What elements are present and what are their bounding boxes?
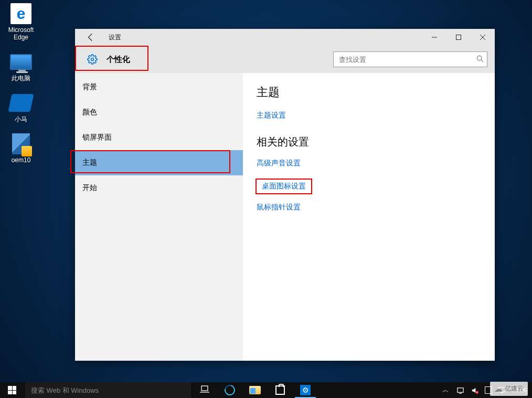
taskbar-search[interactable] bbox=[24, 382, 192, 398]
search-icon bbox=[476, 55, 484, 64]
desktop: e Microsoft Edge 此电脑 小马 oem10 设置 bbox=[0, 0, 532, 398]
network-icon[interactable] bbox=[455, 385, 465, 395]
taskbar: ⚙ ︿ 23:06 bbox=[0, 382, 532, 398]
taskbar-app-explorer[interactable] bbox=[242, 382, 268, 398]
sidebar-item-label: 颜色 bbox=[82, 108, 97, 117]
desktop-icon-edge[interactable]: e Microsoft Edge bbox=[2, 2, 40, 41]
desktop-icon-label: 此电脑 bbox=[12, 75, 30, 82]
sidebar-item-label: 主题 bbox=[82, 158, 97, 167]
tray-chevron-up-icon[interactable]: ︿ bbox=[441, 385, 450, 395]
sidebar-item-label: 背景 bbox=[82, 82, 97, 92]
watermark-text: 亿速云 bbox=[505, 384, 524, 393]
taskbar-search-input[interactable] bbox=[31, 386, 191, 394]
taskbar-app-settings[interactable]: ⚙ bbox=[293, 382, 318, 398]
gear-icon bbox=[87, 54, 98, 65]
task-view-button[interactable] bbox=[192, 382, 217, 398]
settings-search-input[interactable] bbox=[339, 56, 476, 64]
folder-icon bbox=[249, 386, 261, 394]
settings-window: 设置 个性化 背景 颜色 bbox=[75, 29, 495, 361]
settings-body: 背景 颜色 锁屏界面 主题 开始 主题 主题设置 相关的设置 高级声音设置 桌面… bbox=[75, 73, 495, 361]
settings-sidebar: 背景 颜色 锁屏界面 主题 开始 bbox=[75, 73, 243, 361]
minimize-button[interactable] bbox=[422, 29, 446, 46]
link-desktop-icons[interactable]: 桌面图标设置 bbox=[257, 180, 311, 193]
close-button[interactable] bbox=[471, 29, 495, 46]
edge-icon bbox=[225, 385, 235, 395]
content-heading-related: 相关的设置 bbox=[257, 135, 495, 149]
link-mouse-pointer[interactable]: 鼠标指针设置 bbox=[257, 203, 301, 212]
titlebar[interactable]: 设置 bbox=[75, 29, 495, 46]
cloud-icon: ☁ bbox=[494, 384, 503, 394]
svg-marker-11 bbox=[472, 387, 476, 392]
edge-icon: e bbox=[9, 2, 33, 25]
link-advanced-sound[interactable]: 高级声音设置 bbox=[257, 159, 301, 168]
svg-rect-1 bbox=[456, 35, 461, 40]
sidebar-item-colors[interactable]: 颜色 bbox=[75, 100, 243, 125]
back-button[interactable] bbox=[84, 31, 97, 44]
volume-icon[interactable] bbox=[470, 385, 480, 395]
settings-category[interactable]: 个性化 bbox=[80, 48, 136, 70]
app-icon bbox=[9, 132, 33, 155]
svg-line-6 bbox=[481, 60, 483, 62]
computer-icon bbox=[9, 50, 33, 74]
start-button[interactable] bbox=[0, 382, 24, 398]
taskbar-app-store[interactable] bbox=[268, 382, 293, 398]
svg-rect-9 bbox=[457, 387, 463, 392]
desktop-icon-oem10[interactable]: oem10 bbox=[2, 132, 40, 164]
desktop-icons: e Microsoft Edge 此电脑 小马 oem10 bbox=[2, 2, 40, 164]
taskbar-apps: ⚙ bbox=[192, 382, 318, 398]
window-controls bbox=[422, 29, 495, 46]
settings-search[interactable] bbox=[333, 51, 487, 67]
svg-point-4 bbox=[91, 58, 94, 61]
windows-icon bbox=[8, 386, 16, 394]
watermark: ☁ 亿速云 bbox=[490, 382, 528, 396]
svg-rect-7 bbox=[201, 386, 208, 391]
desktop-icon-label: oem10 bbox=[12, 156, 31, 164]
desktop-icon-label: 小马 bbox=[15, 116, 27, 123]
sidebar-item-start[interactable]: 开始 bbox=[75, 175, 243, 201]
link-theme-settings[interactable]: 主题设置 bbox=[257, 111, 286, 120]
settings-content: 主题 主题设置 相关的设置 高级声音设置 桌面图标设置 鼠标指针设置 bbox=[243, 73, 495, 361]
store-icon bbox=[275, 385, 285, 395]
sidebar-item-label: 开始 bbox=[82, 183, 97, 193]
desktop-icon-xiaoma[interactable]: 小马 bbox=[2, 91, 40, 123]
taskbar-app-edge[interactable] bbox=[217, 382, 242, 398]
desktop-icon-label: Microsoft Edge bbox=[2, 26, 40, 41]
svg-point-5 bbox=[477, 56, 482, 60]
desktop-icon-thispc[interactable]: 此电脑 bbox=[2, 50, 40, 82]
settings-icon: ⚙ bbox=[300, 385, 311, 395]
sidebar-item-themes[interactable]: 主题 bbox=[75, 150, 243, 175]
task-view-icon bbox=[200, 385, 209, 395]
sidebar-item-background[interactable]: 背景 bbox=[75, 75, 243, 100]
content-heading-themes: 主题 bbox=[257, 85, 495, 100]
maximize-button[interactable] bbox=[446, 29, 471, 46]
window-title: 设置 bbox=[109, 33, 121, 42]
settings-category-label: 个性化 bbox=[107, 55, 130, 65]
app-icon bbox=[9, 91, 33, 114]
settings-header: 个性化 bbox=[75, 46, 495, 73]
sidebar-item-lockscreen[interactable]: 锁屏界面 bbox=[75, 125, 243, 150]
sidebar-item-label: 锁屏界面 bbox=[82, 133, 112, 142]
